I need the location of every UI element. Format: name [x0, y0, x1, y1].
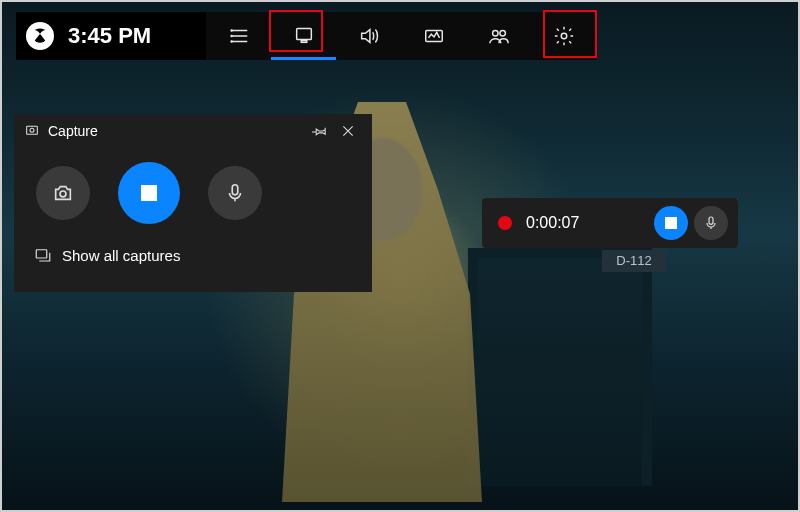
svg-rect-14 [709, 217, 713, 224]
settings-gear-icon [553, 25, 575, 47]
svg-rect-9 [27, 126, 38, 134]
capture-widget: Capture Show all captures [14, 114, 372, 292]
screenshot-button[interactable] [36, 166, 90, 220]
stop-icon [141, 185, 157, 201]
show-all-captures-link[interactable]: Show all captures [14, 238, 372, 272]
show-all-captures-label: Show all captures [62, 247, 180, 264]
audio-icon [358, 25, 380, 47]
svg-rect-13 [36, 250, 47, 258]
background-doorway [468, 248, 652, 486]
svg-point-0 [231, 30, 232, 31]
close-button[interactable] [334, 117, 362, 145]
microphone-toggle-button[interactable] [208, 166, 262, 220]
stop-recording-button[interactable] [118, 162, 180, 224]
door-label: D-112 [602, 250, 666, 272]
widgets-menu-icon [228, 25, 250, 47]
pin-button[interactable] [306, 117, 334, 145]
clock-time: 3:45 PM [68, 23, 151, 49]
svg-point-6 [492, 31, 498, 37]
capture-icon [293, 24, 315, 46]
recording-mic-button[interactable] [694, 206, 728, 240]
recording-indicator-icon [498, 216, 512, 230]
svg-point-1 [231, 36, 232, 37]
svg-rect-4 [301, 40, 307, 42]
svg-rect-12 [232, 185, 238, 195]
pin-icon [312, 123, 328, 139]
svg-point-2 [231, 41, 232, 42]
capture-button[interactable] [271, 12, 336, 60]
svg-point-7 [499, 31, 505, 37]
game-bar-toolbar: 3:45 PM [16, 12, 596, 60]
recording-elapsed-time: 0:00:07 [526, 214, 648, 232]
recording-stop-button[interactable] [654, 206, 688, 240]
widgets-menu-button[interactable] [206, 12, 271, 60]
capture-widget-header: Capture [14, 114, 372, 148]
screen-background: D-112 3:45 PM [0, 0, 800, 512]
svg-point-8 [561, 33, 567, 39]
recording-status-bar: 0:00:07 [482, 198, 738, 248]
settings-button[interactable] [531, 12, 596, 60]
close-icon [340, 123, 356, 139]
performance-icon [423, 25, 445, 47]
xbox-social-icon [488, 25, 510, 47]
capture-header-icon [24, 123, 40, 139]
social-button[interactable] [466, 12, 531, 60]
camera-icon [52, 182, 74, 204]
svg-point-11 [60, 191, 66, 197]
svg-point-10 [30, 128, 34, 132]
capture-widget-title: Capture [48, 123, 98, 139]
microphone-icon [703, 215, 719, 231]
toolbar-time-zone: 3:45 PM [16, 12, 206, 60]
microphone-icon [224, 182, 246, 204]
gallery-icon [34, 246, 52, 264]
stop-icon [665, 217, 677, 229]
performance-button[interactable] [401, 12, 466, 60]
xbox-logo-icon[interactable] [26, 22, 54, 50]
audio-button[interactable] [336, 12, 401, 60]
svg-rect-3 [296, 28, 311, 39]
